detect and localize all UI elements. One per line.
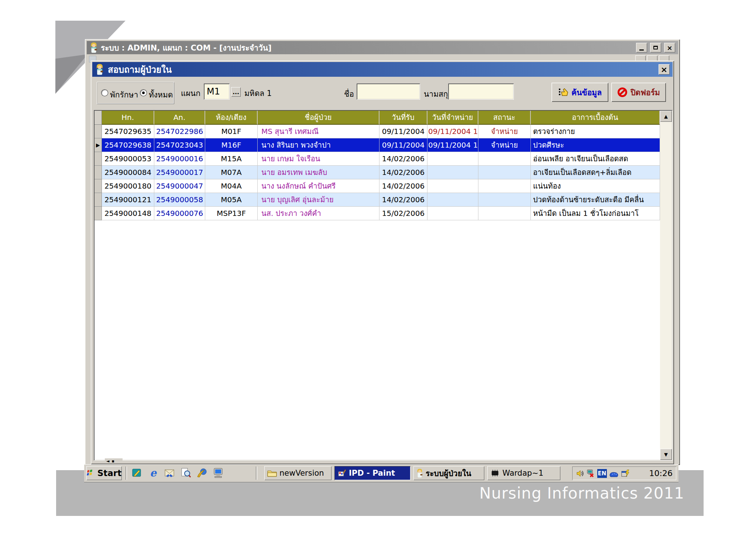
main-window-title: ระบบ : ADMIN, แผนก : COM - [งานประจำวัน]: [101, 42, 633, 54]
cell-discharge-date: [427, 207, 478, 220]
cell-an: 2549000017: [154, 166, 205, 179]
department-browse-button[interactable]: ...: [231, 87, 241, 97]
table-row[interactable]: 2549000148 2549000076 MSP13F นส. ประภา ว…: [94, 207, 660, 220]
taskbar-button-newversion[interactable]: newVersion: [264, 466, 331, 480]
maximize-button[interactable]: [650, 43, 661, 52]
cell-admit-date: 14/02/2006: [379, 193, 427, 207]
cell-name: นาง สิรินยา พวงจำปา: [258, 138, 379, 152]
record-navigator-partial[interactable]: ◄▪: [105, 458, 123, 463]
table-row[interactable]: 2549000084 2549000017 M07A นาย อมรเทพ เม…: [94, 166, 660, 179]
dialog-close-icon[interactable]: ×: [659, 64, 670, 75]
computer-icon[interactable]: [212, 466, 224, 479]
row-indicator-cell: [94, 207, 102, 220]
cell-name: MS สุนารี เทศมณี: [258, 125, 379, 138]
stay-radio[interactable]: [102, 90, 108, 96]
all-radio[interactable]: [140, 90, 147, 96]
last-name-input[interactable]: [448, 83, 514, 100]
show-desktop-icon[interactable]: [131, 466, 143, 479]
cell-symptom: หน้ามืด เป็นลม 1 ชั่วโมงก่อนมาโ: [531, 207, 660, 220]
mail-icon[interactable]: [163, 466, 176, 479]
nurse-icon: [95, 63, 104, 75]
department-input[interactable]: [204, 83, 230, 100]
scroll-up-icon[interactable]: ▲: [660, 111, 672, 122]
cell-room: M01F: [205, 125, 258, 138]
cell-symptom: อ่อนเพลีย อาเจียนเป็นเลือดสด: [531, 152, 660, 166]
table-row[interactable]: 2549000180 2549000047 M04A นาง นงลักษณ์ …: [94, 179, 660, 193]
cell-symptom: ปวดท้องด้านซ้ายระดับสะดือ มีคลื่น: [531, 193, 660, 207]
vertical-scrollbar[interactable]: ▲ ▼: [660, 111, 672, 460]
cell-symptom: ปวดศีรษะ: [531, 138, 660, 152]
cell-discharge-date: [427, 152, 478, 166]
taskbar-divider: [256, 466, 257, 480]
task-button-label: Wardap~1: [502, 469, 543, 478]
internet-explorer-icon[interactable]: e: [147, 466, 159, 479]
table-row[interactable]: 2547029635 2547022986 M01F MS สุนารี เทศ…: [94, 125, 660, 138]
column-header-an[interactable]: An.: [154, 111, 205, 125]
cell-discharge-date: [427, 193, 478, 207]
volume-icon[interactable]: [576, 469, 584, 478]
cell-status: จำหน่าย: [478, 125, 531, 138]
cell-room: MSP13F: [205, 207, 258, 220]
row-indicator-cell: [94, 193, 102, 207]
cell-hn: 2547029635: [102, 125, 154, 138]
cell-room: M04A: [205, 179, 258, 193]
column-header-name[interactable]: ชื่อผู้ป่วย: [258, 111, 379, 125]
cell-name: นาย เกษม ใจเรือน: [258, 152, 379, 166]
taskbar-button-wardap[interactable]: Wardap~1: [487, 466, 560, 480]
scroll-down-icon[interactable]: ▼: [660, 449, 672, 460]
taskbar-button-inpatient-system[interactable]: ระบบผู้ป่วยใน: [413, 466, 484, 480]
search-button[interactable]: ค้นข้อมูล: [551, 83, 608, 102]
cell-an: 2549000016: [154, 152, 205, 166]
cell-admit-date: 14/02/2006: [379, 179, 427, 193]
patient-grid: Hn. An. ห้อง/เตียง ชื่อผู้ป่วย วันที่รับ…: [94, 110, 673, 461]
scheduler-icon[interactable]: [621, 469, 630, 478]
slide-canvas: Nursing Informatics 2011 ระบบ : ADMIN, แ…: [0, 0, 756, 534]
cell-symptom: แน่นท้อง: [531, 179, 660, 193]
column-header-status[interactable]: สถานะ: [478, 111, 531, 125]
nurse-icon: [416, 468, 423, 478]
table-row[interactable]: 2549000053 2549000016 M15A นาย เกษม ใจเร…: [94, 152, 660, 166]
msn-icon[interactable]: [196, 466, 208, 479]
cell-an: 2549000058: [154, 193, 205, 207]
modem-icon[interactable]: [609, 469, 619, 478]
main-window: ระบบ : ADMIN, แผนก : COM - [งานประจำวัน]…: [85, 39, 680, 465]
search-icon[interactable]: [179, 466, 192, 479]
start-button-label: Start: [97, 468, 121, 478]
scope-radio-group: พักรักษา ทั้งหมด: [97, 82, 174, 104]
cell-room: M16F: [205, 138, 258, 152]
row-indicator-cell: [94, 179, 102, 193]
cell-discharge-date: 09/11/2004 16:: [427, 138, 478, 152]
stay-radio-label[interactable]: พักรักษา: [110, 89, 138, 101]
column-header-discharge-date[interactable]: วันที่จำหน่าย: [427, 111, 478, 125]
row-indicator-cell: [94, 125, 102, 138]
watermark-text: Nursing Informatics 2011: [479, 484, 684, 502]
column-header-symptom[interactable]: อาการเบื้องต้น: [531, 111, 660, 125]
folder-icon: [267, 469, 277, 477]
minimize-button[interactable]: [636, 43, 647, 52]
first-name-input[interactable]: [357, 83, 420, 100]
all-radio-label[interactable]: ทั้งหมด: [149, 89, 173, 101]
cell-discharge-date: [427, 166, 478, 179]
inpatient-query-dialog: สอบถามผู้ป่วยใน × พักรักษา ทั้งหมด แผนก …: [91, 61, 674, 464]
language-indicator[interactable]: EN: [597, 469, 607, 478]
pointing-hand-icon: [558, 88, 568, 97]
dialog-titlebar[interactable]: สอบถามผู้ป่วยใน ×: [92, 62, 673, 77]
column-header-hn[interactable]: Hn.: [102, 111, 154, 125]
column-header-admit-date[interactable]: วันที่รับ: [379, 111, 427, 125]
task-button-label: IPD - Paint: [349, 469, 395, 478]
row-indicator-cell: [94, 152, 102, 166]
column-header-room[interactable]: ห้อง/เตียง: [205, 111, 258, 125]
cell-admit-date: 14/02/2006: [379, 166, 427, 179]
close-form-button[interactable]: ปิดฟอร์ม: [611, 83, 666, 102]
cell-admit-date: 15/02/2006: [379, 207, 427, 220]
main-window-titlebar[interactable]: ระบบ : ADMIN, แผนก : COM - [งานประจำวัน]…: [87, 41, 678, 54]
table-row-selected[interactable]: ▶ 2547029638 2547023043 M16F นาง สิรินยา…: [94, 138, 660, 152]
network-error-icon[interactable]: [586, 469, 595, 478]
search-button-label: ค้นข้อมูล: [571, 86, 602, 99]
start-button[interactable]: Start: [86, 466, 122, 480]
cell-status: [478, 152, 531, 166]
table-row[interactable]: 2549000121 2549000058 M05A นาย บุญเลิศ อ…: [94, 193, 660, 207]
close-button[interactable]: ×: [664, 43, 675, 52]
taskbar-clock[interactable]: 10:26: [649, 469, 673, 478]
taskbar-button-ipd-paint[interactable]: IPD - Paint: [334, 466, 410, 480]
